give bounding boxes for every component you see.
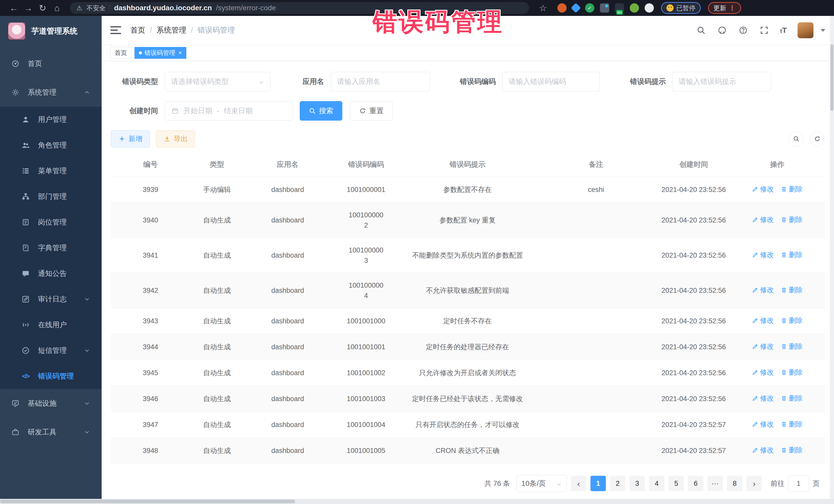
page-button[interactable]: 8 [727,476,742,491]
sidebar-item-基础设施[interactable]: 基础设施 [0,389,102,418]
page-button[interactable]: 2 [610,476,626,491]
page-ellipsis[interactable]: ··· [707,476,723,491]
error-code-input[interactable] [502,72,600,91]
ext-switch-icon[interactable]: on [615,3,624,13]
ext-gem-icon[interactable] [571,3,581,13]
cell-actions: 修改 删除 [729,203,825,238]
sidebar-item-用户管理[interactable]: 用户管理 [0,107,102,132]
user-avatar[interactable] [797,22,813,38]
breadcrumb-item[interactable]: 错误码管理 [186,25,235,36]
goto-page-input[interactable] [788,475,809,492]
sidebar-item-在线用户[interactable]: 在线用户 [0,312,102,338]
home-icon[interactable]: ⌂ [50,3,64,13]
delete-link[interactable]: 删除 [781,341,803,352]
export-button[interactable]: 导出 [156,130,195,147]
bookmark-star-icon[interactable]: ☆ [536,3,550,13]
error-hint-input[interactable] [672,72,771,91]
ext-orange-icon[interactable] [557,3,567,13]
page-button[interactable]: 4 [649,476,664,491]
reload-icon[interactable]: ↻ [36,3,50,13]
hamburger-icon[interactable] [110,26,121,35]
edit-link[interactable]: 修改 [752,367,774,377]
ext-puzzle-icon[interactable] [644,3,654,13]
delete-link[interactable]: 删除 [781,315,803,326]
sidebar-item-错误码管理[interactable]: </> 错误码管理 [0,364,102,389]
delete-link[interactable]: 删除 [781,419,803,429]
breadcrumb-item[interactable]: 首页 [130,25,145,36]
page-buttons: 123456···8 [591,476,742,491]
edit-link[interactable]: 修改 [752,341,774,352]
sidebar-item-通知公告[interactable]: 通知公告 [0,261,102,286]
close-icon[interactable]: × [178,49,182,57]
delete-link[interactable]: 删除 [781,250,803,260]
tag-首页[interactable]: 首页 [110,47,131,59]
sidebar-item-审计日志[interactable]: 审计日志 [0,286,102,312]
prev-page-button[interactable]: ‹ [571,476,586,491]
page-button[interactable]: 1 [591,476,606,491]
sidebar-item-短信管理[interactable]: 短信管理 [0,338,102,364]
cell-remark [534,360,658,386]
help-icon[interactable] [738,25,748,36]
edit-link[interactable]: 修改 [752,445,774,455]
reset-button[interactable]: 重置 [350,101,393,120]
edit-link[interactable]: 修改 [752,393,774,403]
sidebar-item-首页[interactable]: 首页 [0,49,102,78]
sidebar-item-部门管理[interactable]: 部门管理 [0,184,102,210]
vertical-scrollbar-thumb[interactable] [830,44,833,111]
browser-menu-icon[interactable]: ⋮ [729,4,736,12]
page-button[interactable]: 3 [630,476,645,491]
date-range-picker[interactable]: 开始日期 - 结束日期 [165,101,293,120]
add-button[interactable]: 新增 [111,130,150,147]
cell-type: 自动生成 [190,308,244,334]
browser-profile-chip[interactable]: 已暂停 [661,2,701,14]
edit-link[interactable]: 修改 [752,215,774,225]
column-header: 编号 [111,152,190,177]
address-bar[interactable]: ⚠ 不安全 dashboard.yudao.iocoder.cn /system… [70,2,529,14]
edit-link[interactable]: 修改 [752,419,774,429]
sidebar-item-系统管理[interactable]: 系统管理 [0,78,102,107]
avatar-dropdown-icon[interactable] [821,29,825,32]
app-name-input[interactable] [331,72,430,91]
ext-tabs-icon[interactable] [600,3,609,13]
browser-update-button[interactable]: 更新 ⋮ [708,2,741,14]
search-button[interactable]: 搜索 [300,101,342,120]
edit-link[interactable]: 修改 [752,250,774,260]
github-icon[interactable] [717,25,727,36]
sidebar-item-角色管理[interactable]: 角色管理 [0,132,102,158]
horizontal-scrollbar[interactable] [0,499,834,504]
refresh-icon[interactable] [810,131,825,146]
delete-link[interactable]: 删除 [781,367,803,377]
error-type-select[interactable]: 请选择错误码类型 [165,72,270,91]
ext-key-icon[interactable] [630,3,639,13]
vertical-scrollbar[interactable] [830,16,834,499]
sidebar-item-菜单管理[interactable]: 菜单管理 [0,158,102,184]
fullscreen-icon[interactable] [759,25,769,36]
page-button[interactable]: 5 [668,476,684,491]
horizontal-scrollbar-thumb[interactable] [0,500,295,503]
chevron-up-icon [84,89,90,96]
toggle-search-icon[interactable] [789,131,804,146]
breadcrumb-item[interactable]: 系统管理 [145,25,186,36]
delete-link[interactable]: 删除 [781,285,803,295]
page-size-select[interactable]: 10条/页 [517,475,567,492]
edit-link[interactable]: 修改 [752,184,774,194]
font-size-icon[interactable]: tT [780,26,787,35]
back-icon[interactable]: ← [7,3,21,13]
users-icon [21,140,30,150]
sidebar-item-岗位管理[interactable]: 岗位管理 [0,210,102,235]
edit-link[interactable]: 修改 [752,315,774,326]
edit-link[interactable]: 修改 [752,285,774,295]
forward-icon[interactable]: → [21,3,36,13]
cell-time: 2021-04-20 23:52:56 [658,386,729,412]
delete-link[interactable]: 删除 [781,215,803,225]
delete-link[interactable]: 删除 [781,184,803,194]
search-icon[interactable] [696,25,706,36]
ext-green-check-icon[interactable]: ✓ [585,3,594,13]
page-button[interactable]: 6 [688,476,703,491]
next-page-button[interactable]: › [746,476,762,491]
tag-错误码管理[interactable]: 错误码管理 × [134,47,186,59]
delete-link[interactable]: 删除 [781,445,803,455]
sidebar-item-研发工具[interactable]: 研发工具 [0,418,102,446]
delete-link[interactable]: 删除 [781,393,803,403]
sidebar-item-字典管理[interactable]: 字典管理 [0,235,102,261]
